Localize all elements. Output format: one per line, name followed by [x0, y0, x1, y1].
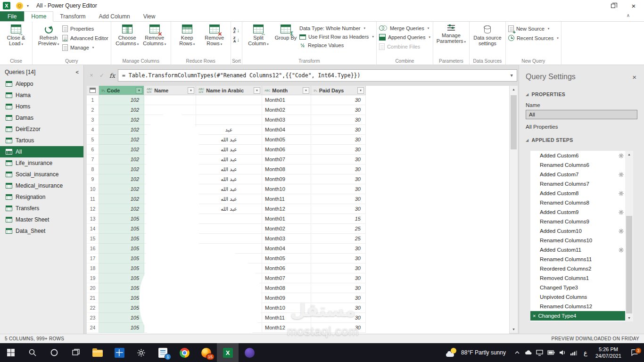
applied-step[interactable]: Renamed Columns8 — [530, 198, 626, 207]
onedrive-cloud-icon[interactable] — [523, 350, 534, 355]
cell-name-in-arabic[interactable] — [196, 283, 262, 293]
data-type-button[interactable]: Data Type: Whole Number▾ — [299, 25, 374, 31]
cell-paid-days[interactable]: 30 — [311, 184, 366, 194]
cell-month[interactable]: Month09 — [262, 174, 311, 184]
chrome-button[interactable] — [173, 343, 195, 362]
cell-name-in-arabic[interactable] — [196, 95, 262, 105]
cell-name[interactable] — [144, 283, 196, 293]
cell-code[interactable]: 105 — [99, 273, 144, 283]
pinned-app-button[interactable] — [239, 343, 260, 362]
cell-month[interactable]: Month12 — [262, 204, 311, 214]
query-item[interactable]: Medical_insurance — [0, 180, 83, 191]
manage-parameters-button[interactable]: Manage Parameters▾ — [436, 23, 467, 45]
cell-month[interactable]: Month01 — [262, 95, 311, 105]
column-header-paid-days[interactable]: 1²₃Paid Days▼ — [311, 86, 366, 95]
cell-name[interactable] — [144, 184, 196, 194]
cell-code[interactable]: 105 — [99, 234, 144, 244]
query-item[interactable]: Hama — [0, 90, 83, 101]
step-settings-gear-icon[interactable] — [619, 153, 624, 158]
cancel-formula-icon[interactable]: × — [87, 72, 96, 79]
cell-name[interactable] — [144, 165, 196, 174]
network-signal-icon[interactable] — [568, 350, 579, 355]
cell-code[interactable]: 105 — [99, 283, 144, 293]
all-properties-link[interactable]: All Properties — [519, 119, 644, 132]
app-grid-button[interactable] — [108, 343, 130, 362]
cell-month[interactable]: Month06 — [262, 145, 311, 155]
scrollbar-thumb[interactable] — [511, 95, 517, 149]
collapse-ribbon-icon[interactable]: ∧ — [627, 13, 630, 18]
tab-add-column[interactable]: Add Column — [92, 11, 137, 21]
filter-dropdown-button[interactable]: ▼ — [357, 87, 364, 94]
cell-month[interactable]: Month02 — [262, 224, 311, 234]
query-item[interactable]: Damas — [0, 112, 83, 123]
search-button[interactable] — [22, 343, 43, 362]
choose-columns-button[interactable]: Choose Columns▾ — [114, 23, 141, 47]
applied-step[interactable]: Added Custom10 — [530, 226, 626, 236]
query-item[interactable]: Resignation — [0, 191, 83, 203]
applied-step[interactable]: ×Changed Type4 — [530, 311, 626, 321]
cell-month[interactable]: Month10 — [262, 303, 311, 313]
cell-month[interactable]: Month01 — [262, 214, 311, 224]
applied-steps-section-header[interactable]: ◢APPLIED STEPS — [519, 132, 644, 145]
scrollbar-thumb[interactable] — [626, 216, 632, 313]
cell-name-in-arabic[interactable]: عبد الله — [196, 135, 262, 145]
cell-code[interactable]: 105 — [99, 313, 144, 323]
cell-code[interactable]: 102 — [99, 145, 144, 155]
filter-dropdown-button[interactable]: ▼ — [303, 87, 309, 94]
cell-name[interactable] — [144, 145, 196, 155]
query-item[interactable]: Transfers — [0, 203, 83, 214]
applied-step[interactable]: Renamed Columns7 — [530, 179, 626, 189]
restore-window-button[interactable] — [603, 0, 623, 11]
cell-paid-days[interactable]: 30 — [311, 125, 366, 135]
data-source-settings-button[interactable]: Data source settings — [472, 23, 503, 46]
cell-paid-days[interactable]: 30 — [311, 115, 366, 125]
filter-dropdown-button[interactable]: ▼ — [136, 87, 142, 94]
cell-name[interactable] — [144, 95, 196, 105]
column-header-code[interactable]: 1²₃Code▼ — [99, 86, 144, 95]
cell-name[interactable] — [144, 135, 196, 145]
hidden-icons-chevron-icon[interactable] — [512, 350, 523, 355]
cell-paid-days[interactable]: 30 — [311, 174, 366, 184]
cell-code[interactable]: 105 — [99, 263, 144, 273]
keep-rows-button[interactable]: Keep Rows▾ — [173, 23, 201, 47]
cell-name[interactable] — [144, 214, 196, 224]
cell-code[interactable]: 105 — [99, 303, 144, 313]
cell-name-in-arabic[interactable]: عبد — [196, 125, 262, 135]
cell-month[interactable]: Month02 — [262, 105, 311, 115]
tab-view[interactable]: View — [137, 11, 162, 21]
cell-name-in-arabic[interactable] — [196, 313, 262, 323]
cell-paid-days[interactable]: 30 — [311, 155, 366, 165]
filter-dropdown-button[interactable]: ▼ — [188, 87, 194, 94]
cell-code[interactable]: 102 — [99, 174, 144, 184]
remove-rows-button[interactable]: Remove Rows▾ — [201, 23, 228, 47]
sort-ascending-button[interactable]: AZ↓ — [233, 27, 239, 33]
delete-step-icon[interactable]: × — [533, 313, 536, 319]
cell-name-in-arabic[interactable]: عبد الله — [196, 145, 262, 155]
expand-formula-caret-icon[interactable]: ▼ — [507, 73, 513, 78]
cell-month[interactable]: Month03 — [262, 115, 311, 125]
group-by-button[interactable]: Group By — [272, 23, 299, 41]
applied-step[interactable]: Renamed Columns9 — [530, 217, 626, 226]
cell-paid-days[interactable]: 30 — [311, 263, 366, 273]
cell-paid-days[interactable]: 15 — [311, 214, 366, 224]
cell-name[interactable] — [144, 204, 196, 214]
cell-paid-days[interactable]: 30 — [311, 105, 366, 115]
excel-taskbar-button[interactable]: X — [217, 343, 239, 362]
query-name-input[interactable]: All — [526, 110, 637, 119]
cell-name[interactable] — [144, 105, 196, 115]
clock[interactable]: 5:26 PM 24/07/2021 — [592, 346, 625, 359]
query-item[interactable]: All — [0, 146, 83, 157]
cell-code[interactable]: 102 — [99, 184, 144, 194]
cell-name-in-arabic[interactable] — [196, 234, 262, 244]
sort-descending-button[interactable]: ZA↓ — [233, 36, 239, 43]
cell-code[interactable]: 105 — [99, 214, 144, 224]
scroll-up-icon[interactable]: ▲ — [510, 86, 518, 93]
cell-name-in-arabic[interactable] — [196, 105, 262, 115]
cell-month[interactable]: Month09 — [262, 293, 311, 303]
cell-name[interactable] — [144, 263, 196, 273]
cell-name-in-arabic[interactable] — [196, 273, 262, 283]
cell-name[interactable] — [144, 254, 196, 263]
cell-month[interactable]: Month07 — [262, 155, 311, 165]
cell-name-in-arabic[interactable]: عبد الله — [196, 204, 262, 214]
cell-name-in-arabic[interactable] — [196, 293, 262, 303]
